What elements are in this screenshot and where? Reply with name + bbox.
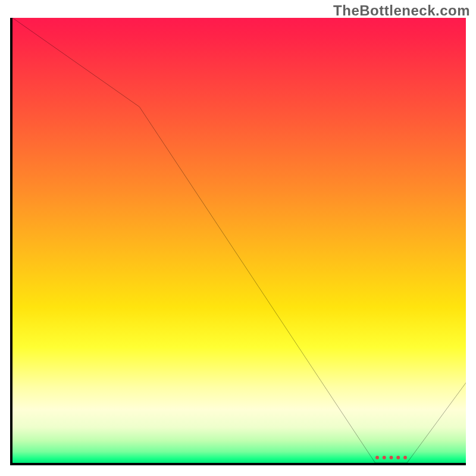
chart-frame: TheBottleneck.com [0,0,476,476]
optimal-range-marker [375,456,407,463]
bottleneck-curve [12,18,466,463]
plot-area [12,18,466,463]
attribution-label: TheBottleneck.com [333,2,470,19]
plot-axes [10,18,466,465]
